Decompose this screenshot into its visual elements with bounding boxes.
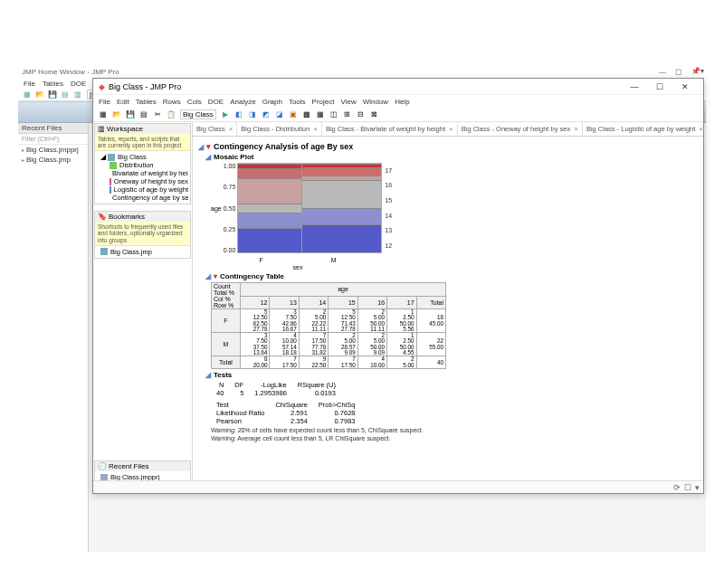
toolbar-new-icon[interactable]: ▦ <box>22 90 33 100</box>
toolbar-icon[interactable]: 💾 <box>124 109 137 121</box>
mosaic-segment[interactable] <box>238 168 301 178</box>
tree-leaf[interactable]: Logistic of age by weight <box>97 185 188 194</box>
outer-right-tools: 📌▾ <box>691 67 704 75</box>
mosaic-chart[interactable] <box>237 163 382 253</box>
toolbar-icon[interactable]: ▣ <box>287 109 300 121</box>
workspace-note: Tables, reports, and scripts that are cu… <box>95 134 190 151</box>
pin-icon[interactable]: 📌▾ <box>691 67 704 75</box>
hotspot-icon[interactable]: ▾ <box>206 142 211 151</box>
menu-item[interactable]: View <box>340 98 356 106</box>
outer-max-icon[interactable]: ▢ <box>672 67 686 76</box>
menu-item[interactable]: Tables <box>43 80 63 88</box>
menu-item[interactable]: Window <box>363 98 388 106</box>
mosaic-segment[interactable] <box>302 224 381 252</box>
menu-item[interactable]: Edit <box>117 98 129 106</box>
toolbar-icon[interactable]: ⊞ <box>341 109 354 121</box>
menu-item[interactable]: Analyze <box>230 98 255 106</box>
toolbar-icon[interactable]: ✂ <box>151 109 164 121</box>
tree-leaf[interactable]: Oneway of height by sex <box>97 177 188 185</box>
inner-titlebar: ◆ Big Class - JMP Pro ― ☐ ✕ <box>93 79 703 95</box>
menu-item[interactable]: File <box>99 98 110 106</box>
status-icon[interactable]: ▾ <box>695 483 700 492</box>
mosaic-segment[interactable] <box>238 178 301 203</box>
toolbar-icon[interactable]: ◧ <box>233 109 245 121</box>
toolbar-icon[interactable]: ▩ <box>300 109 313 121</box>
toolbar-icon[interactable]: ⊟ <box>355 109 367 121</box>
report-title: ◢▾Contingency Analysis of age By sex <box>198 142 698 151</box>
close-icon[interactable]: × <box>449 125 453 133</box>
tree-leaf[interactable]: Contingency of age by sex <box>97 194 188 202</box>
mosaic-segment[interactable] <box>238 228 301 252</box>
inner-statusbar: ⟳ ☐ ▾ <box>93 480 703 493</box>
toolbar-icon[interactable]: ◩ <box>260 109 272 121</box>
disclose-icon[interactable]: ◢ <box>205 272 211 280</box>
mosaic-plot: age 1.000.750.500.250.00 121314151617 <box>211 163 698 253</box>
close-icon[interactable]: × <box>229 125 233 133</box>
toolbar-save-icon[interactable]: 💾 <box>47 90 58 100</box>
mosaic-segment[interactable] <box>238 204 301 213</box>
legend-label: 16 <box>385 182 392 188</box>
toolbar-icon[interactable]: ⊠ <box>368 109 381 121</box>
tree-group[interactable]: Distribution <box>97 161 188 169</box>
mosaic-segment[interactable] <box>302 167 381 175</box>
menu-item[interactable]: Graph <box>262 98 282 106</box>
mosaic-segment[interactable] <box>238 213 301 227</box>
menu-item[interactable]: Cols <box>187 98 202 106</box>
menu-item[interactable]: Rows <box>163 98 181 106</box>
warning-text: Warning: 20% of cells have expected coun… <box>211 427 698 433</box>
tree-leaf[interactable]: Bivariate of weight by heig <box>97 169 188 177</box>
menu-item[interactable]: DOE <box>71 80 86 88</box>
toolbar-icon[interactable]: ▦ <box>97 109 110 121</box>
toolbar-icon[interactable]: ▤ <box>138 109 150 121</box>
status-icon[interactable]: ⟳ <box>673 483 681 492</box>
close-icon[interactable]: × <box>313 125 318 133</box>
mosaic-segment[interactable] <box>302 180 381 208</box>
toolbar-icon[interactable]: ▤ <box>60 90 71 100</box>
inner-max-icon[interactable]: ☐ <box>647 80 672 94</box>
tab[interactable]: Big Class - Logistic of age by weight× <box>583 122 703 136</box>
inner-close-icon[interactable]: ✕ <box>672 80 698 94</box>
inner-min-icon[interactable]: ― <box>622 80 647 94</box>
tree-root[interactable]: ◢ Big Class <box>97 153 188 161</box>
menu-item[interactable]: File <box>24 80 35 88</box>
bookmarks-header: 🔖Bookmarks <box>95 212 190 222</box>
recent-file-item[interactable]: ▸Big Class.jmp <box>18 155 88 165</box>
toolbar-icon[interactable]: ◪ <box>273 109 286 121</box>
toolbar-icon[interactable]: ◨ <box>246 109 259 121</box>
workspace-tree: ◢ Big Class Distribution Bivariate of we… <box>95 151 190 204</box>
toolbar-icon[interactable]: ▦ <box>314 109 327 121</box>
disclose-icon[interactable]: ◢ <box>205 371 211 379</box>
mosaic-legend: 121314151617 <box>382 163 392 253</box>
toolbar-icon[interactable]: ▶ <box>219 109 232 121</box>
disclose-icon[interactable]: ◢ <box>205 153 211 161</box>
menu-item[interactable]: Help <box>395 98 409 106</box>
close-icon[interactable]: × <box>699 125 703 133</box>
file-label: Big Class.jmp <box>26 156 71 164</box>
workspace-header: ▥Workspace <box>95 124 190 134</box>
toolbar-icon[interactable]: 📋 <box>165 109 177 121</box>
menu-item[interactable]: DOE <box>208 98 224 106</box>
tab[interactable]: Big Class - Distribution× <box>237 122 322 136</box>
menu-item[interactable]: Project <box>312 98 335 106</box>
hotspot-icon[interactable]: ▾ <box>214 272 217 280</box>
disclose-icon[interactable]: ◢ <box>198 143 204 151</box>
menu-item[interactable]: Tables <box>136 98 157 106</box>
tab[interactable]: Big Class× <box>193 122 237 136</box>
outer-title: JMP Home Window - JMP Pro <box>22 68 119 76</box>
tab[interactable]: Big Class - Bivariate of weight by heigh… <box>322 122 458 136</box>
menu-item[interactable]: Tools <box>289 98 306 106</box>
bookmark-item[interactable]: Big Class.jmp <box>97 248 188 256</box>
status-icon[interactable]: ☐ <box>684 483 691 492</box>
mosaic-segment[interactable] <box>302 208 381 224</box>
toolbar-open-icon[interactable]: 📂 <box>34 90 45 100</box>
toolbar-icon[interactable]: ▥ <box>72 90 83 100</box>
contingency-table: CountTotal %Col %Row %age121314151617Tot… <box>211 282 446 369</box>
table-dropdown[interactable]: Big Class <box>180 109 216 119</box>
close-icon[interactable]: × <box>574 125 578 133</box>
toolbar-icon[interactable]: 📂 <box>110 109 123 121</box>
outer-min-icon[interactable]: ― <box>655 67 670 76</box>
filter-input[interactable]: Filter (Ctrl+F) <box>18 134 88 145</box>
toolbar-icon[interactable]: ◫ <box>328 109 340 121</box>
recent-file-item[interactable]: ▸Big Class.jmpprj <box>18 145 88 155</box>
tab[interactable]: Big Class - Oneway of height by sex× <box>458 122 583 136</box>
